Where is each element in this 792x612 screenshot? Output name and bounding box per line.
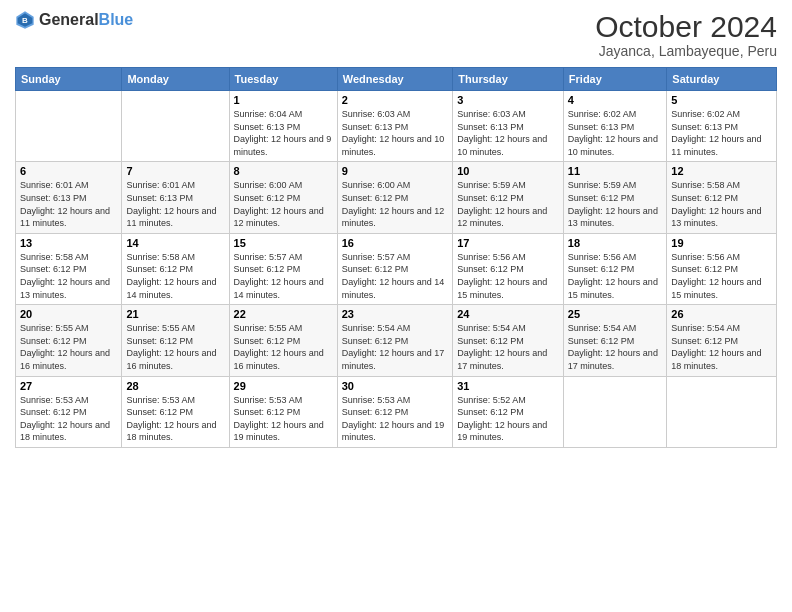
day-info: Sunrise: 5:55 AMSunset: 6:12 PMDaylight:… — [126, 322, 224, 372]
table-row: 22Sunrise: 5:55 AMSunset: 6:12 PMDayligh… — [229, 305, 337, 376]
day-number: 23 — [342, 308, 448, 320]
day-info: Sunrise: 6:00 AMSunset: 6:12 PMDaylight:… — [342, 179, 448, 229]
day-info: Sunrise: 5:59 AMSunset: 6:12 PMDaylight:… — [568, 179, 663, 229]
day-info: Sunrise: 5:57 AMSunset: 6:12 PMDaylight:… — [342, 251, 448, 301]
table-row: 5Sunrise: 6:02 AMSunset: 6:13 PMDaylight… — [667, 91, 777, 162]
day-info: Sunrise: 5:53 AMSunset: 6:12 PMDaylight:… — [234, 394, 333, 444]
col-friday: Friday — [563, 68, 667, 91]
day-info: Sunrise: 5:58 AMSunset: 6:12 PMDaylight:… — [20, 251, 117, 301]
day-number: 20 — [20, 308, 117, 320]
day-info: Sunrise: 6:04 AMSunset: 6:13 PMDaylight:… — [234, 108, 333, 158]
day-number: 8 — [234, 165, 333, 177]
day-number: 7 — [126, 165, 224, 177]
table-row: 16Sunrise: 5:57 AMSunset: 6:12 PMDayligh… — [337, 233, 452, 304]
day-info: Sunrise: 5:56 AMSunset: 6:12 PMDaylight:… — [457, 251, 559, 301]
day-info: Sunrise: 6:01 AMSunset: 6:13 PMDaylight:… — [20, 179, 117, 229]
day-info: Sunrise: 6:01 AMSunset: 6:13 PMDaylight:… — [126, 179, 224, 229]
day-info: Sunrise: 5:56 AMSunset: 6:12 PMDaylight:… — [568, 251, 663, 301]
calendar-week-3: 13Sunrise: 5:58 AMSunset: 6:12 PMDayligh… — [16, 233, 777, 304]
day-number: 30 — [342, 380, 448, 392]
table-row: 4Sunrise: 6:02 AMSunset: 6:13 PMDaylight… — [563, 91, 667, 162]
day-info: Sunrise: 5:58 AMSunset: 6:12 PMDaylight:… — [671, 179, 772, 229]
day-number: 29 — [234, 380, 333, 392]
table-row: 3Sunrise: 6:03 AMSunset: 6:13 PMDaylight… — [453, 91, 564, 162]
header: B GeneralBlue October 2024 Jayanca, Lamb… — [15, 10, 777, 59]
day-info: Sunrise: 5:52 AMSunset: 6:12 PMDaylight:… — [457, 394, 559, 444]
table-row: 24Sunrise: 5:54 AMSunset: 6:12 PMDayligh… — [453, 305, 564, 376]
logo-icon: B — [15, 10, 35, 30]
day-info: Sunrise: 5:54 AMSunset: 6:12 PMDaylight:… — [671, 322, 772, 372]
calendar-week-4: 20Sunrise: 5:55 AMSunset: 6:12 PMDayligh… — [16, 305, 777, 376]
table-row: 30Sunrise: 5:53 AMSunset: 6:12 PMDayligh… — [337, 376, 452, 447]
day-info: Sunrise: 5:54 AMSunset: 6:12 PMDaylight:… — [342, 322, 448, 372]
location-title: Jayanca, Lambayeque, Peru — [595, 43, 777, 59]
table-row — [667, 376, 777, 447]
table-row: 19Sunrise: 5:56 AMSunset: 6:12 PMDayligh… — [667, 233, 777, 304]
day-number: 31 — [457, 380, 559, 392]
table-row: 21Sunrise: 5:55 AMSunset: 6:12 PMDayligh… — [122, 305, 229, 376]
day-info: Sunrise: 5:55 AMSunset: 6:12 PMDaylight:… — [234, 322, 333, 372]
calendar-body: 1Sunrise: 6:04 AMSunset: 6:13 PMDaylight… — [16, 91, 777, 448]
logo-general: GeneralBlue — [39, 11, 133, 29]
calendar-week-1: 1Sunrise: 6:04 AMSunset: 6:13 PMDaylight… — [16, 91, 777, 162]
table-row: 1Sunrise: 6:04 AMSunset: 6:13 PMDaylight… — [229, 91, 337, 162]
table-row: 11Sunrise: 5:59 AMSunset: 6:12 PMDayligh… — [563, 162, 667, 233]
day-number: 3 — [457, 94, 559, 106]
day-number: 28 — [126, 380, 224, 392]
table-row: 13Sunrise: 5:58 AMSunset: 6:12 PMDayligh… — [16, 233, 122, 304]
table-row: 28Sunrise: 5:53 AMSunset: 6:12 PMDayligh… — [122, 376, 229, 447]
day-number: 12 — [671, 165, 772, 177]
table-row: 14Sunrise: 5:58 AMSunset: 6:12 PMDayligh… — [122, 233, 229, 304]
table-row: 25Sunrise: 5:54 AMSunset: 6:12 PMDayligh… — [563, 305, 667, 376]
table-row: 18Sunrise: 5:56 AMSunset: 6:12 PMDayligh… — [563, 233, 667, 304]
day-info: Sunrise: 5:56 AMSunset: 6:12 PMDaylight:… — [671, 251, 772, 301]
day-number: 25 — [568, 308, 663, 320]
svg-text:B: B — [22, 16, 28, 25]
day-number: 6 — [20, 165, 117, 177]
table-row: 29Sunrise: 5:53 AMSunset: 6:12 PMDayligh… — [229, 376, 337, 447]
day-info: Sunrise: 6:03 AMSunset: 6:13 PMDaylight:… — [342, 108, 448, 158]
table-row: 2Sunrise: 6:03 AMSunset: 6:13 PMDaylight… — [337, 91, 452, 162]
day-number: 14 — [126, 237, 224, 249]
col-thursday: Thursday — [453, 68, 564, 91]
day-number: 1 — [234, 94, 333, 106]
day-number: 21 — [126, 308, 224, 320]
col-tuesday: Tuesday — [229, 68, 337, 91]
day-info: Sunrise: 6:02 AMSunset: 6:13 PMDaylight:… — [671, 108, 772, 158]
day-number: 17 — [457, 237, 559, 249]
table-row: 31Sunrise: 5:52 AMSunset: 6:12 PMDayligh… — [453, 376, 564, 447]
col-saturday: Saturday — [667, 68, 777, 91]
table-row: 17Sunrise: 5:56 AMSunset: 6:12 PMDayligh… — [453, 233, 564, 304]
calendar-week-2: 6Sunrise: 6:01 AMSunset: 6:13 PMDaylight… — [16, 162, 777, 233]
table-row: 8Sunrise: 6:00 AMSunset: 6:12 PMDaylight… — [229, 162, 337, 233]
table-row: 10Sunrise: 5:59 AMSunset: 6:12 PMDayligh… — [453, 162, 564, 233]
day-number: 24 — [457, 308, 559, 320]
table-row: 20Sunrise: 5:55 AMSunset: 6:12 PMDayligh… — [16, 305, 122, 376]
table-row — [563, 376, 667, 447]
day-info: Sunrise: 5:53 AMSunset: 6:12 PMDaylight:… — [126, 394, 224, 444]
day-info: Sunrise: 5:54 AMSunset: 6:12 PMDaylight:… — [457, 322, 559, 372]
col-sunday: Sunday — [16, 68, 122, 91]
day-info: Sunrise: 5:53 AMSunset: 6:12 PMDaylight:… — [20, 394, 117, 444]
col-wednesday: Wednesday — [337, 68, 452, 91]
day-number: 4 — [568, 94, 663, 106]
day-number: 11 — [568, 165, 663, 177]
day-info: Sunrise: 5:58 AMSunset: 6:12 PMDaylight:… — [126, 251, 224, 301]
day-number: 2 — [342, 94, 448, 106]
calendar-week-5: 27Sunrise: 5:53 AMSunset: 6:12 PMDayligh… — [16, 376, 777, 447]
table-row: 23Sunrise: 5:54 AMSunset: 6:12 PMDayligh… — [337, 305, 452, 376]
table-row: 15Sunrise: 5:57 AMSunset: 6:12 PMDayligh… — [229, 233, 337, 304]
day-info: Sunrise: 5:59 AMSunset: 6:12 PMDaylight:… — [457, 179, 559, 229]
header-row: Sunday Monday Tuesday Wednesday Thursday… — [16, 68, 777, 91]
day-info: Sunrise: 6:00 AMSunset: 6:12 PMDaylight:… — [234, 179, 333, 229]
day-number: 13 — [20, 237, 117, 249]
month-title: October 2024 — [595, 10, 777, 43]
day-number: 16 — [342, 237, 448, 249]
day-number: 10 — [457, 165, 559, 177]
day-number: 27 — [20, 380, 117, 392]
day-number: 18 — [568, 237, 663, 249]
day-number: 22 — [234, 308, 333, 320]
table-row: 9Sunrise: 6:00 AMSunset: 6:12 PMDaylight… — [337, 162, 452, 233]
table-row: 7Sunrise: 6:01 AMSunset: 6:13 PMDaylight… — [122, 162, 229, 233]
logo: B GeneralBlue — [15, 10, 133, 30]
